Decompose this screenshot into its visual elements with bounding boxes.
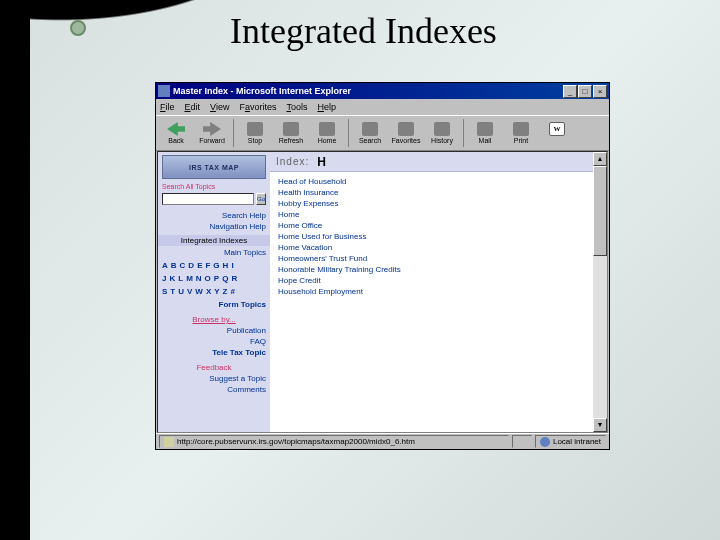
menu-view[interactable]: View [210, 102, 229, 112]
stop-button[interactable]: Stop [238, 117, 272, 149]
alpha-letter-#[interactable]: # [231, 287, 235, 296]
index-item[interactable]: Home Vacation [278, 242, 585, 253]
search-input[interactable] [162, 193, 254, 205]
toolbar: Back Forward Stop Refresh Home Search Fa… [156, 115, 609, 151]
integrated-indexes-heading: Integrated Indexes [158, 235, 270, 246]
alpha-letter-O[interactable]: O [205, 274, 211, 283]
status-pane [512, 435, 532, 448]
status-url: http://core.pubservunx.irs.gov/topicmaps… [159, 435, 509, 448]
alpha-letter-I[interactable]: I [231, 261, 233, 270]
taxmap-banner: IRS TAX MAP [162, 155, 266, 179]
refresh-button[interactable]: Refresh [274, 117, 308, 149]
toolbar-separator [463, 119, 464, 147]
alpha-letter-W[interactable]: W [195, 287, 203, 296]
back-button[interactable]: Back [159, 117, 193, 149]
home-label: Home [318, 137, 337, 144]
alpha-letter-J[interactable]: J [162, 274, 166, 283]
toolbar-separator [348, 119, 349, 147]
comments-link[interactable]: Comments [162, 385, 266, 394]
window-title: Master Index - Microsoft Internet Explor… [173, 86, 562, 96]
maximize-button[interactable]: □ [578, 85, 592, 98]
forward-label: Forward [199, 137, 225, 144]
sidebar: IRS TAX MAP Search All Topics Go Search … [158, 152, 270, 432]
mail-button[interactable]: Mail [468, 117, 502, 149]
index-item[interactable]: Health Insurance [278, 187, 585, 198]
alpha-letter-G[interactable]: G [213, 261, 219, 270]
mail-icon [477, 122, 493, 136]
search-button[interactable]: Search [353, 117, 387, 149]
alpha-letter-V[interactable]: V [187, 287, 192, 296]
status-url-text: http://core.pubservunx.irs.gov/topicmaps… [177, 437, 415, 446]
teletax-link[interactable]: Tele Tax Topic [162, 348, 266, 357]
alpha-letter-P[interactable]: P [214, 274, 219, 283]
refresh-icon [283, 122, 299, 136]
history-icon [434, 122, 450, 136]
go-button[interactable]: Go [256, 193, 266, 205]
alpha-letter-K[interactable]: K [169, 274, 175, 283]
print-button[interactable]: Print [504, 117, 538, 149]
faq-link[interactable]: FAQ [162, 337, 266, 346]
search-all-topics-label: Search All Topics [162, 183, 266, 190]
alpha-letter-L[interactable]: L [178, 274, 183, 283]
home-button[interactable]: Home [310, 117, 344, 149]
alpha-letter-Q[interactable]: Q [222, 274, 228, 283]
alpha-letter-D[interactable]: D [188, 261, 194, 270]
index-item[interactable]: Homeowners' Trust Fund [278, 253, 585, 264]
suggest-topic-link[interactable]: Suggest a Topic [162, 374, 266, 383]
form-topics-link[interactable]: Form Topics [162, 300, 266, 309]
index-item[interactable]: Home Used for Business [278, 231, 585, 242]
close-button[interactable]: × [593, 85, 607, 98]
menu-favorites[interactable]: Favorites [239, 102, 276, 112]
navigation-help-link[interactable]: Navigation Help [162, 222, 266, 231]
alpha-letter-T[interactable]: T [170, 287, 175, 296]
scroll-track[interactable] [593, 166, 607, 418]
print-icon [513, 122, 529, 136]
menu-tools[interactable]: Tools [286, 102, 307, 112]
status-zone: Local intranet [535, 435, 606, 448]
alpha-letter-U[interactable]: U [178, 287, 184, 296]
minimize-button[interactable]: _ [563, 85, 577, 98]
alpha-letter-N[interactable]: N [196, 274, 202, 283]
index-item[interactable]: Honorable Military Training Credits [278, 264, 585, 275]
alpha-letter-S[interactable]: S [162, 287, 167, 296]
alpha-letter-H[interactable]: H [223, 261, 229, 270]
search-help-link[interactable]: Search Help [162, 211, 266, 220]
alpha-letter-Z[interactable]: Z [223, 287, 228, 296]
status-zone-text: Local intranet [553, 437, 601, 446]
alpha-letter-A[interactable]: A [162, 261, 168, 270]
forward-button[interactable]: Forward [195, 117, 229, 149]
index-item[interactable]: Hobby Expenses [278, 198, 585, 209]
main-topics-link[interactable]: Main Topics [162, 248, 266, 257]
scroll-down-button[interactable]: ▼ [593, 418, 607, 432]
scroll-thumb[interactable] [593, 166, 607, 256]
index-item[interactable]: Home [278, 209, 585, 220]
alpha-letter-Y[interactable]: Y [214, 287, 219, 296]
history-button[interactable]: History [425, 117, 459, 149]
alpha-letter-M[interactable]: M [186, 274, 193, 283]
scroll-up-button[interactable]: ▲ [593, 152, 607, 166]
edit-button[interactable]: W [540, 117, 574, 149]
alpha-letter-F[interactable]: F [205, 261, 210, 270]
favorites-button[interactable]: Favorites [389, 117, 423, 149]
toolbar-separator [233, 119, 234, 147]
vertical-scrollbar[interactable]: ▲ ▼ [593, 152, 607, 432]
alpha-letter-B[interactable]: B [171, 261, 177, 270]
index-label: Index: [276, 156, 309, 167]
menubar: File Edit View Favorites Tools Help [156, 99, 609, 115]
alpha-letter-C[interactable]: C [180, 261, 186, 270]
menu-help[interactable]: Help [317, 102, 336, 112]
publication-link[interactable]: Publication [162, 326, 266, 335]
alpha-letter-R[interactable]: R [231, 274, 237, 283]
edit-label [556, 137, 558, 144]
menu-file[interactable]: File [160, 102, 175, 112]
alpha-letter-E[interactable]: E [197, 261, 202, 270]
index-item[interactable]: Home Office [278, 220, 585, 231]
index-item[interactable]: Head of Household [278, 176, 585, 187]
titlebar[interactable]: Master Index - Microsoft Internet Explor… [156, 83, 609, 99]
index-item[interactable]: Hope Credit [278, 275, 585, 286]
menu-edit[interactable]: Edit [185, 102, 201, 112]
back-arrow-icon [167, 122, 185, 136]
slide-bullet-icon [70, 20, 86, 36]
index-item[interactable]: Household Employment [278, 286, 585, 297]
alpha-letter-X[interactable]: X [206, 287, 211, 296]
